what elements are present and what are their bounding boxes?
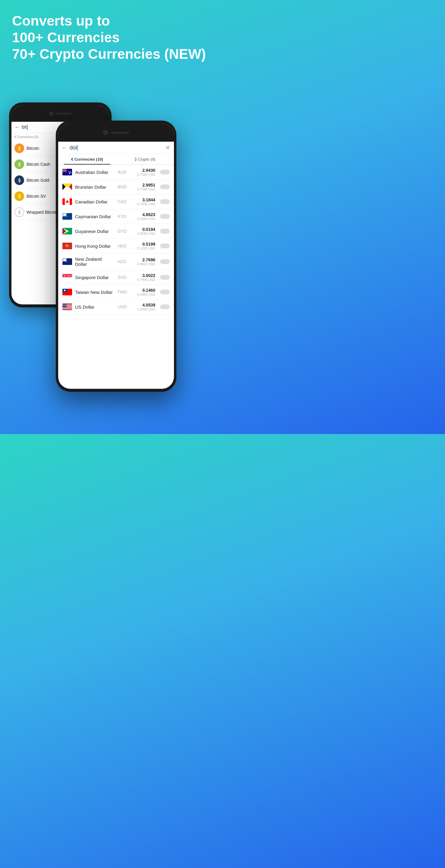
crypto-name: Bitcoin SV xyxy=(27,194,46,198)
front-search-bar[interactable]: ← dol ✕ xyxy=(58,142,174,154)
currency-item[interactable]: Taiwan New Dollar TWD 0.1460 0.0360 USD xyxy=(58,285,174,300)
currency-value: 4.0539 1.0000 USD xyxy=(131,303,155,311)
currency-code: GYD xyxy=(116,229,128,234)
phone-front-screen: ← dol ✕ € Currencies (10) ₿ Crypto (0) xyxy=(58,124,174,389)
main-value: 4.0539 xyxy=(131,303,155,307)
main-value: 2.9430 xyxy=(131,168,155,173)
sub-value: 0.7388 USD xyxy=(131,187,155,191)
currency-code: SGD xyxy=(116,275,128,280)
currency-value: 2.9951 0.7388 USD xyxy=(131,183,155,191)
flag-icon xyxy=(62,258,72,265)
tab-currencies[interactable]: € Currencies (10) xyxy=(58,154,116,164)
svg-text:★★★★: ★★★★ xyxy=(62,304,67,305)
currency-item[interactable]: Guyanese Dollar GYD 0.0194 0.0048 USD xyxy=(58,224,174,239)
currency-value: 4.8623 1.1994 USD xyxy=(131,212,155,221)
svg-point-45 xyxy=(67,261,68,261)
currency-value: 2.9430 0.7260 USD xyxy=(131,168,155,176)
toggle-pill[interactable] xyxy=(160,290,170,294)
main-value: 2.9951 xyxy=(131,183,155,187)
hero-line2: 100+ Currencies xyxy=(12,30,120,45)
currency-name: Singapore Dollar xyxy=(75,275,113,280)
tabs: € Currencies (10) ₿ Crypto (0) xyxy=(58,154,174,165)
svg-point-10 xyxy=(69,173,70,174)
tab-crypto[interactable]: ₿ Crypto (0) xyxy=(116,154,174,164)
currency-item[interactable]: Canadian Dollar CAD 3.1844 0.7855 USD xyxy=(58,194,174,209)
currency-value: 0.0194 0.0048 USD xyxy=(131,227,155,236)
svg-point-42 xyxy=(69,259,70,260)
currency-item[interactable]: ✿ Hong Kong Dollar HKD 0.5199 0.1282 USD xyxy=(58,239,174,253)
svg-point-13 xyxy=(69,172,70,173)
currency-item[interactable]: ★★★★★ Singapore Dollar SGD 3.0022 0.7406… xyxy=(58,270,174,285)
currency-name: Canadian Dollar xyxy=(75,199,113,204)
sub-value: 0.1282 USD xyxy=(131,247,155,250)
main-value: 0.5199 xyxy=(131,242,155,247)
front-speaker xyxy=(111,132,129,134)
toggle-pill[interactable] xyxy=(160,244,170,248)
flag-icon xyxy=(62,213,72,220)
currency-code: NZD xyxy=(116,259,128,264)
currency-value: 3.0022 0.7406 USD xyxy=(131,273,155,281)
phone-front-notch xyxy=(58,124,174,142)
crypto-icon: ₿ xyxy=(14,191,24,201)
main-value: 4.8623 xyxy=(131,212,155,217)
currency-name: Bruneian Dollar xyxy=(75,184,113,190)
currency-item[interactable]: New Zealand Dollar NZD 2.7696 0.6832 USD xyxy=(58,253,174,270)
toggle-pill[interactable] xyxy=(160,304,170,309)
phones-area: ← bit € Currencies (0) ₿ Bitcoin ₿ Bitco… xyxy=(0,96,222,434)
currency-value: 3.1844 0.7855 USD xyxy=(131,197,155,206)
svg-point-11 xyxy=(70,173,71,173)
currency-item[interactable]: Caymanian Dollar KYD 4.8623 1.1994 USD xyxy=(58,209,174,224)
back-camera-icon xyxy=(49,112,53,116)
currency-value: 2.7696 0.6832 USD xyxy=(131,257,155,266)
currency-value: 0.5199 0.1282 USD xyxy=(131,242,155,250)
main-value: 0.0194 xyxy=(131,227,155,232)
currency-code: HKD xyxy=(116,244,128,248)
toggle-pill[interactable] xyxy=(160,214,170,219)
svg-rect-21 xyxy=(70,198,72,205)
toggle-pill[interactable] xyxy=(160,229,170,234)
sub-value: 1.0000 USD xyxy=(131,307,155,311)
crypto-icon: ₿ xyxy=(14,176,24,185)
toggle-pill[interactable] xyxy=(160,275,170,280)
flag-icon: ★★★ ★★★★ xyxy=(62,304,72,310)
back-button[interactable]: ← xyxy=(14,124,20,130)
front-back-button[interactable]: ← xyxy=(62,145,67,151)
main-value: 2.7696 xyxy=(131,257,155,262)
phone-back-notch xyxy=(11,105,109,122)
close-button[interactable]: ✕ xyxy=(165,144,170,151)
currency-item[interactable]: ★★★ ★★★★ US Dollar USD 4.0539 1.0000 USD xyxy=(58,300,174,314)
sub-value: 0.0360 USD xyxy=(131,293,155,296)
currency-item[interactable]: Bruneian Dollar BND 2.9951 0.7388 USD xyxy=(58,180,174,194)
svg-point-44 xyxy=(69,262,70,263)
currency-code: BND xyxy=(116,184,128,189)
crypto-name: Wrapped Bitcoin xyxy=(27,210,57,215)
back-speaker xyxy=(56,113,71,115)
flag-icon: ✿ xyxy=(62,243,72,249)
flag-icon xyxy=(62,169,72,176)
svg-rect-58 xyxy=(62,308,72,308)
flag-icon xyxy=(62,184,72,190)
toggle-pill[interactable] xyxy=(160,199,170,204)
hero-section: Converts up to 100+ Currencies 70+ Crypt… xyxy=(0,0,222,69)
phone-front: ← dol ✕ € Currencies (10) ₿ Crypto (0) xyxy=(56,121,176,392)
flag-icon xyxy=(62,228,72,235)
flag-icon xyxy=(62,289,72,296)
currency-name: Caymanian Dollar xyxy=(75,214,113,219)
toggle-pill[interactable] xyxy=(160,184,170,189)
toggle-pill[interactable] xyxy=(160,170,170,175)
svg-rect-20 xyxy=(62,198,65,205)
currency-list: Australian Dollar AUD 2.9430 0.7260 USD … xyxy=(58,165,174,389)
front-search-input[interactable]: dol xyxy=(70,145,163,151)
crypto-name: Bitcoin Cash xyxy=(27,162,50,167)
crypto-icon: ₿ xyxy=(14,207,24,217)
currency-code: AUD xyxy=(116,170,128,175)
currency-name: Hong Kong Dollar xyxy=(75,244,113,249)
toggle-pill[interactable] xyxy=(160,259,170,264)
flag-icon: ★★★★★ xyxy=(62,274,72,281)
svg-rect-59 xyxy=(62,309,72,309)
svg-rect-47 xyxy=(62,277,72,281)
currency-item[interactable]: Australian Dollar AUD 2.9430 0.7260 USD xyxy=(58,165,174,180)
currency-code: TWD xyxy=(116,290,128,294)
svg-point-43 xyxy=(70,261,71,261)
svg-point-12 xyxy=(70,171,71,172)
